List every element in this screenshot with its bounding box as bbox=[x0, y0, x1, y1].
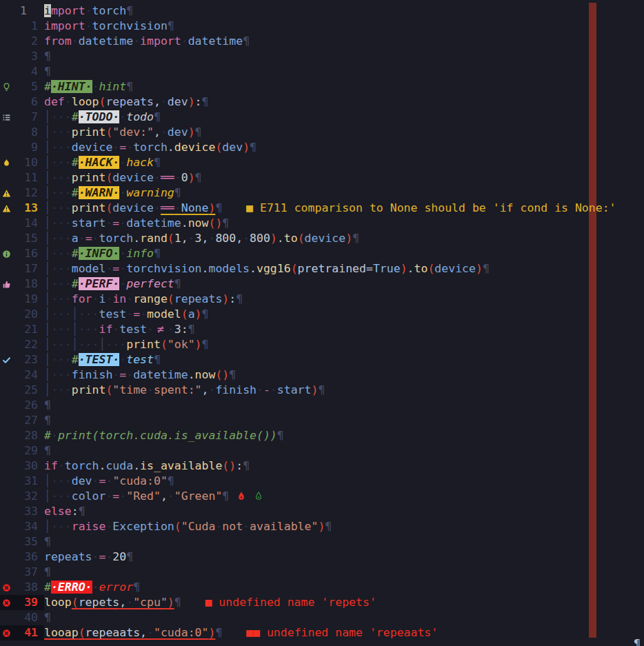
line-number: 15 bbox=[19, 231, 38, 246]
code-line[interactable]: 23│···#·TEST··test¶ bbox=[0, 352, 644, 367]
token: . bbox=[133, 459, 140, 472]
token: ) bbox=[195, 338, 202, 351]
token: ¶ bbox=[174, 186, 181, 199]
sign-column bbox=[0, 337, 19, 352]
line-number: 14 bbox=[19, 216, 38, 231]
token: ¶ bbox=[236, 292, 243, 305]
stray-pilcrow: ¶ bbox=[634, 636, 641, 646]
token: · bbox=[215, 520, 222, 533]
code-line[interactable]: 9│···device·=·torch.device(dev)¶ bbox=[0, 140, 644, 155]
token: │ bbox=[44, 232, 51, 245]
line-number: 23 bbox=[19, 352, 38, 367]
sign-column bbox=[0, 3, 19, 19]
code-line[interactable]: 10│···#·HACK··hack¶ bbox=[0, 155, 644, 170]
sign-column bbox=[0, 307, 19, 322]
code-line[interactable]: 4¶ bbox=[0, 64, 644, 79]
token: │ bbox=[44, 186, 51, 199]
code-line[interactable]: 14│···start·=·datetime.now()¶ bbox=[0, 216, 644, 231]
line-number: 19 bbox=[19, 292, 38, 307]
code-line[interactable]: 37¶ bbox=[0, 565, 644, 580]
token: · bbox=[161, 125, 168, 139]
token: ) bbox=[168, 596, 174, 609]
sign-column bbox=[0, 322, 19, 337]
token: finish bbox=[72, 368, 113, 381]
token: test bbox=[119, 323, 147, 336]
code-line[interactable]: 29¶ bbox=[0, 443, 644, 458]
gutter: 10 bbox=[0, 155, 44, 170]
code-line[interactable]: 30if·torch.cuda.is_available():¶ bbox=[0, 458, 644, 474]
code-text: │···raise·Exception("Cuda·not·available"… bbox=[44, 519, 332, 534]
code-line[interactable]: 5#·HINT··hint¶ bbox=[0, 79, 644, 94]
code-buffer[interactable]: 1import·torch¶1import·torchvision¶2from·… bbox=[0, 0, 644, 640]
code-line[interactable]: 36repeats·=·20¶ bbox=[0, 549, 644, 565]
token: "time bbox=[112, 383, 147, 396]
code-line[interactable]: 13│···print(device·══·None)¶■ E711 compa… bbox=[0, 201, 644, 216]
token: ·INFO· bbox=[79, 247, 120, 260]
token: 0 bbox=[181, 171, 188, 184]
code-text: │···finish·=·datetime.now()¶ bbox=[44, 367, 236, 383]
token: · bbox=[188, 232, 195, 245]
code-line[interactable]: 31│···dev·=·"cuda:0"¶ bbox=[0, 474, 644, 489]
code-line[interactable]: 19│···for·i·in·range(repeats):¶ bbox=[0, 292, 644, 307]
token: if bbox=[99, 323, 113, 336]
gutter: 8 bbox=[0, 125, 44, 140]
code-line[interactable]: 28#·print(torch.cuda.is_available())¶ bbox=[0, 428, 644, 443]
code-line[interactable]: 41looap(repeaats,·"cuda:0")¶■■ undefined… bbox=[0, 625, 644, 640]
code-line[interactable]: 11│···print(device·══·0)¶ bbox=[0, 170, 644, 185]
code-line[interactable]: 34│···raise·Exception("Cuda·not·availabl… bbox=[0, 519, 644, 534]
code-line[interactable]: 2from·datetime·import·datetime¶ bbox=[0, 34, 644, 49]
code-line[interactable]: 1import·torch¶ bbox=[0, 3, 644, 19]
code-text: repeats·=·20¶ bbox=[44, 549, 133, 565]
code-line[interactable]: 7│···#·TODO··todo¶ bbox=[0, 110, 644, 125]
token: loop bbox=[72, 95, 99, 108]
code-text: ¶ bbox=[44, 443, 51, 458]
code-line[interactable]: 26¶ bbox=[0, 398, 644, 413]
token: , bbox=[181, 232, 188, 245]
code-line[interactable]: 16│···#·INFO··info¶ bbox=[0, 246, 644, 261]
code-line[interactable]: 38#·ERRO··error¶ bbox=[0, 580, 644, 595]
code-line[interactable]: 39loop(repets,·"cpu")¶■ undefined name '… bbox=[0, 595, 644, 610]
code-line[interactable]: 35¶ bbox=[0, 534, 644, 549]
line-number: 17 bbox=[19, 261, 38, 276]
code-line[interactable]: 21│···│···if·test·≠·3:¶ bbox=[0, 322, 644, 337]
token: spent:" bbox=[154, 383, 202, 396]
token: ··· bbox=[79, 323, 99, 336]
line-number: 29 bbox=[19, 443, 38, 458]
token: ) bbox=[222, 368, 229, 381]
code-text: │···#·TEST··test¶ bbox=[44, 352, 161, 367]
code-line[interactable]: 6def·loop(repeats,·dev):¶ bbox=[0, 94, 644, 110]
token: model bbox=[72, 262, 106, 275]
token: . bbox=[188, 368, 195, 381]
code-line[interactable]: 24│···finish·=·datetime.now()¶ bbox=[0, 367, 644, 383]
code-line[interactable]: 1import·torchvision¶ bbox=[0, 19, 644, 34]
token: ) bbox=[345, 232, 352, 245]
code-line[interactable]: 22│···│···│···print("ok")¶ bbox=[0, 337, 644, 352]
code-line[interactable]: 25│···print("time·spent:",·finish·-·star… bbox=[0, 383, 644, 398]
token: print(torch.cuda.is_available()) bbox=[58, 429, 277, 442]
code-line[interactable]: 15│···a·=·torch.rand(1,·3,·800,·800).to(… bbox=[0, 231, 644, 246]
code-line[interactable]: 8│···print("dev:",·dev)¶ bbox=[0, 125, 644, 140]
token: "cpu" bbox=[133, 596, 168, 609]
token: ··· bbox=[51, 216, 72, 230]
token: ¶ bbox=[188, 323, 195, 336]
token: = bbox=[99, 550, 105, 563]
code-line[interactable]: 18│···#·PERF··perfect¶ bbox=[0, 276, 644, 292]
code-line[interactable]: 20│···│···test·=·model(a)¶ bbox=[0, 307, 644, 322]
code-line[interactable]: 32│···color·=·"Red",·"Green"¶ bbox=[0, 489, 644, 504]
code-line[interactable]: 33else:¶ bbox=[0, 504, 644, 519]
code-line[interactable]: 27¶ bbox=[0, 413, 644, 428]
gutter: 26 bbox=[0, 398, 44, 413]
line-number: 21 bbox=[19, 322, 38, 337]
token: now bbox=[195, 368, 216, 381]
code-line[interactable]: 3¶ bbox=[0, 49, 644, 64]
code-text: │···print(device·══·None)¶ bbox=[44, 201, 222, 216]
code-line[interactable]: 17│···model·=·torchvision.models.vgg16(p… bbox=[0, 261, 644, 276]
code-line[interactable]: 12│···#·WARN··warning¶ bbox=[0, 185, 644, 201]
token: test bbox=[99, 307, 127, 321]
token: , bbox=[202, 232, 209, 245]
token: ¶ bbox=[243, 459, 250, 472]
line-number: 35 bbox=[19, 534, 38, 549]
code-line[interactable]: 40¶ bbox=[0, 610, 644, 625]
gutter: 21 bbox=[0, 322, 44, 337]
token: device bbox=[434, 262, 476, 275]
